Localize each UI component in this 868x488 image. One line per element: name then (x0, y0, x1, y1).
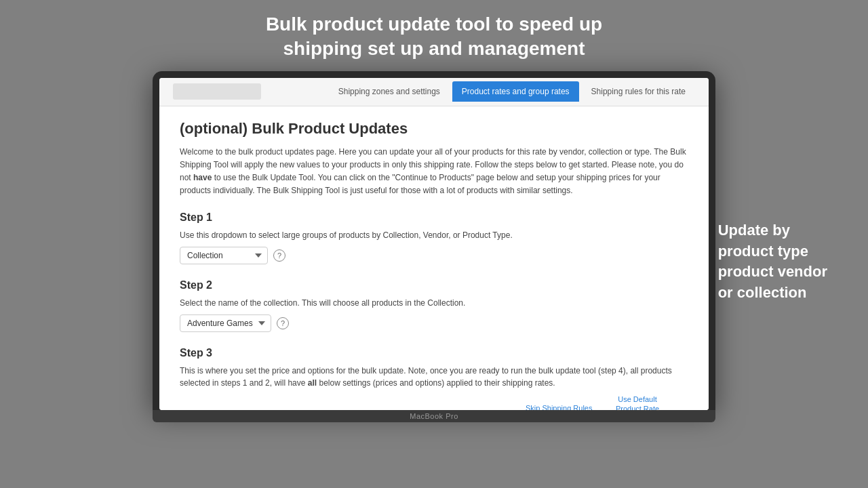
page-title: (optional) Bulk Product Updates (180, 120, 688, 138)
tab-zones[interactable]: Shipping zones and settings (329, 81, 450, 102)
step1-desc: Use this dropdown to select large groups… (180, 229, 688, 241)
laptop-model-label: MacBook Pro (410, 412, 458, 420)
col-header-use-default: Use DefaultProduct Rate ? (607, 394, 668, 410)
annotation-text: Update byproduct typeproduct vendoror co… (718, 220, 827, 304)
step3-desc: This is where you set the price and opti… (180, 365, 688, 389)
step2-section: Step 2 Select the name of the collection… (180, 279, 688, 332)
nav-bar: Shipping zones and settings Product rate… (159, 78, 709, 106)
laptop-body: Shipping zones and settings Product rate… (153, 71, 715, 410)
step1-help-icon[interactable]: ? (273, 249, 285, 262)
laptop-screen: Shipping zones and settings Product rate… (159, 78, 709, 410)
step1-title: Step 1 (180, 211, 688, 224)
step2-desc: Select the name of the collection. This … (180, 297, 688, 309)
tab-rates[interactable]: Product rates and group rates (452, 81, 579, 102)
step2-dropdown[interactable]: Adventure Games Board Games Card Games (180, 314, 271, 332)
col-header-skip: Skip Shipping Rules ? (526, 401, 593, 410)
step3-section: Step 3 This is where you set the price a… (180, 347, 688, 410)
hero-heading: Bulk product update tool to speed up shi… (0, 0, 868, 71)
step2-title: Step 2 (180, 279, 688, 291)
step1-section: Step 1 Use this dropdown to select large… (180, 211, 688, 264)
page-content: (optional) Bulk Product Updates Welcome … (159, 106, 709, 410)
step2-help-icon[interactable]: ? (277, 317, 289, 329)
step3-title: Step 3 (180, 347, 688, 359)
tab-rules[interactable]: Shipping rules for this rate (582, 81, 695, 102)
intro-paragraph: Welcome to the bulk product updates page… (180, 146, 688, 198)
step1-dropdown[interactable]: Collection Vendor Product Type (180, 247, 268, 264)
laptop-base: MacBook Pro (153, 410, 715, 422)
search-input[interactable] (173, 83, 261, 100)
